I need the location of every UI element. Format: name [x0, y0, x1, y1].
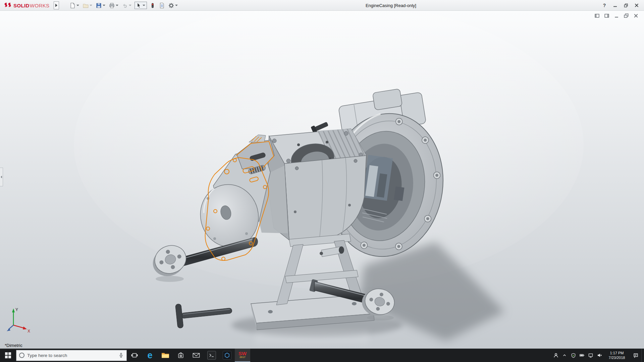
volume-mute-icon	[597, 353, 602, 358]
file-properties-button[interactable]	[158, 2, 165, 9]
clock-time: 1:17 PM	[610, 351, 624, 355]
panel-expand-arrow-icon	[1, 176, 2, 178]
graphics-viewport[interactable]: Y X *Dimetric	[0, 11, 644, 349]
flyout-arrow-icon	[55, 4, 57, 7]
next-document-button[interactable]	[603, 12, 610, 19]
select-tool-button[interactable]	[135, 2, 147, 9]
dropdown-caret-icon[interactable]	[143, 5, 145, 6]
terminal-button[interactable]	[204, 349, 219, 362]
print-icon	[109, 3, 115, 8]
help-button[interactable]: ?	[600, 1, 609, 10]
store-icon	[177, 352, 184, 359]
save-icon	[96, 3, 102, 8]
file-explorer-button[interactable]	[158, 349, 173, 362]
close-icon	[635, 3, 639, 7]
dropdown-caret-icon[interactable]	[103, 5, 105, 6]
clock-date: 7/23/2018	[609, 355, 625, 360]
cad-app-button[interactable]	[219, 349, 235, 362]
taskbar-clock[interactable]: 1:17 PM 7/23/2018	[604, 349, 630, 362]
mail-button[interactable]	[189, 349, 204, 362]
document-window-controls	[594, 12, 639, 19]
quick-access-toolbar	[69, 0, 178, 11]
dassault-systemes-logo-icon	[3, 2, 12, 8]
save-button[interactable]	[95, 2, 106, 9]
windows-taskbar: e SW 2017	[0, 349, 644, 362]
select-cursor-icon	[136, 3, 142, 8]
hexagon-app-icon	[223, 351, 231, 360]
dropdown-caret-icon[interactable]	[90, 5, 92, 6]
dropdown-caret-icon[interactable]	[129, 5, 131, 6]
minimize-document-button[interactable]	[613, 12, 620, 19]
people-icon	[553, 353, 559, 358]
previous-document-button[interactable]	[594, 12, 600, 19]
terminal-icon	[207, 351, 216, 360]
feature-manager-collapsed-tab[interactable]	[0, 168, 3, 186]
edge-browser-button[interactable]: e	[142, 349, 158, 362]
open-document-icon	[83, 3, 89, 8]
logo-text-works: WORKS	[30, 3, 50, 8]
network-icon	[588, 353, 593, 358]
new-document-icon	[70, 3, 75, 8]
task-view-button[interactable]	[127, 349, 142, 362]
windows-logo-icon	[5, 352, 11, 358]
dropdown-caret-icon[interactable]	[76, 5, 79, 6]
open-document-button[interactable]	[82, 2, 93, 9]
people-button[interactable]	[551, 349, 560, 362]
triad-y-label: Y	[15, 307, 18, 312]
options-gear-icon	[168, 3, 174, 8]
solidworks-taskbar-icon: SW 2017	[238, 352, 247, 359]
mail-icon	[193, 352, 200, 358]
hidden-icons-button[interactable]	[560, 349, 569, 362]
edge-icon: e	[147, 351, 152, 359]
search-input[interactable]	[27, 353, 116, 358]
show-desktop-strip[interactable]	[641, 349, 644, 362]
cortana-icon	[19, 353, 24, 358]
restore-document-button[interactable]	[623, 12, 630, 19]
close-button[interactable]	[632, 1, 641, 10]
volume-button[interactable]	[595, 349, 604, 362]
store-button[interactable]	[173, 349, 189, 362]
shield-icon	[571, 353, 576, 358]
defender-button[interactable]	[569, 349, 578, 362]
taskbar-search[interactable]	[16, 350, 127, 361]
close-document-button[interactable]	[633, 12, 639, 19]
microphone-icon[interactable]	[118, 353, 124, 358]
engine-casing-model[interactable]	[0, 11, 644, 349]
document-title: EngineCasing [Read-only]	[366, 0, 416, 11]
undo-icon	[122, 3, 128, 8]
logo-text-solid: SOLID	[13, 3, 30, 8]
solidworks-logo: SOLIDWORKS	[3, 0, 50, 11]
dropdown-caret-icon[interactable]	[116, 5, 118, 6]
file-properties-icon	[159, 3, 165, 8]
view-orientation-label: *Dimetric	[5, 343, 22, 348]
reference-triad: Y X	[3, 306, 33, 336]
file-explorer-icon	[161, 352, 169, 359]
solidworks-app-button[interactable]: SW 2017	[235, 349, 250, 362]
restore-button[interactable]	[621, 1, 631, 10]
help-icon: ?	[603, 3, 606, 8]
new-document-button[interactable]	[69, 2, 80, 9]
action-center-button[interactable]	[630, 349, 641, 362]
options-button[interactable]	[168, 2, 178, 9]
network-button[interactable]	[586, 349, 595, 362]
undo-button[interactable]	[121, 2, 132, 9]
dropdown-caret-icon[interactable]	[175, 5, 178, 6]
window-controls: ?	[600, 0, 641, 11]
restore-icon	[624, 3, 628, 8]
rebuild-traffic-light-icon	[150, 3, 155, 8]
minimize-button[interactable]	[610, 1, 620, 10]
start-button[interactable]	[0, 349, 16, 362]
minimize-icon	[613, 3, 617, 7]
battery-icon	[579, 353, 585, 358]
chevron-up-icon	[562, 353, 567, 358]
title-bar: SOLIDWORKS	[0, 0, 644, 11]
rebuild-button[interactable]	[149, 2, 156, 9]
print-button[interactable]	[108, 2, 119, 9]
system-tray: 1:17 PM 7/23/2018	[551, 349, 644, 362]
action-center-icon	[633, 353, 639, 358]
task-view-icon	[131, 352, 138, 358]
triad-x-label: X	[28, 329, 30, 334]
battery-button[interactable]	[578, 349, 586, 362]
toolbar-flyout-button[interactable]	[54, 1, 59, 9]
